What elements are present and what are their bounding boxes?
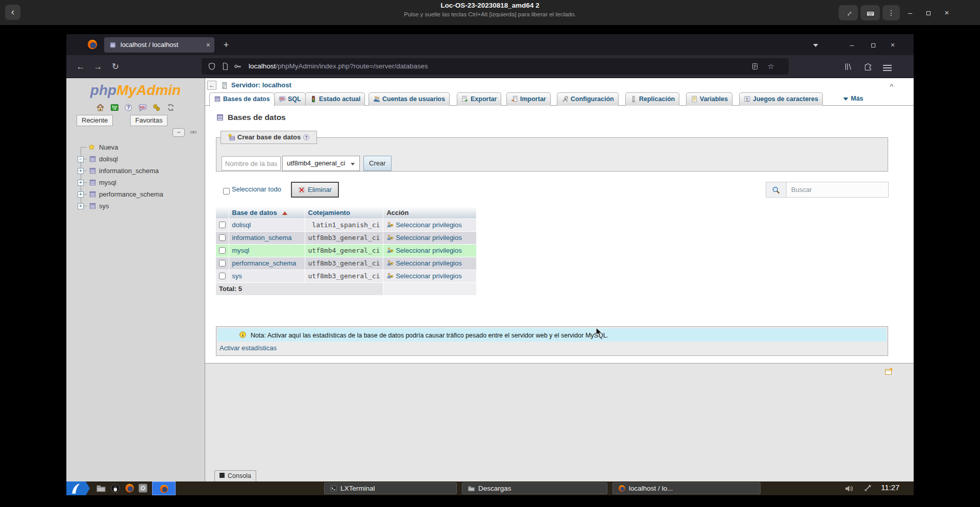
expand-expander-icon[interactable]: + (78, 191, 84, 198)
app-menu-hamburger-icon[interactable] (883, 63, 892, 73)
settings-gears-icon[interactable] (152, 103, 161, 112)
tab-user-accounts[interactable]: Cuentas de usuarios (369, 92, 450, 106)
check-privileges-link[interactable]: Seleccionar privilegios (396, 259, 461, 267)
tab-close-icon[interactable]: × (206, 37, 210, 53)
pma-back-button[interactable]: ← (207, 81, 216, 90)
penguin-icon[interactable] (110, 483, 120, 493)
help-icon[interactable] (124, 103, 133, 112)
link-chain-icon[interactable] (189, 129, 198, 136)
network-arrows-icon[interactable] (864, 484, 872, 492)
recent-tables-button[interactable]: Reciente (77, 115, 113, 126)
row-checkbox[interactable] (219, 234, 226, 241)
library-icon[interactable] (844, 62, 852, 71)
tree-item-sys[interactable]: + sys (74, 200, 201, 212)
home-icon[interactable] (96, 103, 105, 112)
active-app-firefox[interactable] (152, 481, 176, 495)
check-privileges-link[interactable]: Seleccionar privilegios (396, 234, 461, 242)
list-tabs-chevron-icon[interactable] (813, 44, 818, 47)
page-info-icon[interactable] (221, 62, 229, 70)
expand-expander-icon[interactable]: + (78, 180, 84, 186)
check-privileges-link[interactable]: Seleccionar privilegios (396, 272, 461, 280)
breadcrumb-text[interactable]: Servidor: localhost (231, 81, 291, 89)
tab-databases[interactable]: Bases de datos (209, 92, 275, 106)
vm-maximize-button[interactable] (921, 5, 936, 20)
select-all-checkbox[interactable] (223, 188, 230, 195)
phpmyadmin-logo[interactable]: phpMyAdmin (66, 82, 205, 99)
database-link[interactable]: mysql (232, 247, 250, 254)
database-link[interactable]: dolisql (232, 221, 251, 229)
window-restore-button[interactable] (868, 40, 879, 50)
tab-sql[interactable]: SQL (274, 92, 306, 106)
tree-item-new-database[interactable]: Nueva (74, 141, 201, 153)
fullscreen-button[interactable]: ↔ (839, 5, 858, 20)
help-icon[interactable] (303, 134, 310, 141)
header-collation[interactable]: Cotejamiento (305, 207, 383, 219)
bookmark-star-icon[interactable]: ☆ (768, 58, 774, 75)
vm-menu-button[interactable]: ⋮ (883, 5, 900, 20)
file-manager-icon[interactable] (96, 483, 106, 493)
taskbar-window-localhost[interactable]: localhost / lo... (612, 482, 761, 494)
start-menu-button[interactable] (66, 481, 90, 495)
create-button[interactable]: Crear (363, 156, 391, 171)
collapse-all-button[interactable]: − (173, 128, 185, 137)
tree-item-dolisql[interactable]: − dolisql (74, 153, 201, 165)
browser-tab[interactable]: localhost / localhost × (104, 37, 214, 53)
keyboard-button[interactable] (861, 5, 880, 20)
refresh-icon[interactable] (166, 103, 175, 112)
enable-statistics-link[interactable]: Activar estadísticas (219, 344, 277, 352)
database-name-input[interactable] (222, 156, 281, 171)
tab-settings[interactable]: Configuración (557, 92, 619, 106)
database-link[interactable]: information_schema (232, 234, 292, 242)
tab-replication[interactable]: Replicación (625, 92, 679, 106)
tab-more[interactable]: Más (839, 92, 867, 106)
collapse-expander-icon[interactable]: − (78, 156, 84, 162)
row-checkbox[interactable] (219, 260, 226, 267)
taskbar-window-lxterminal[interactable]: LXTerminal (324, 482, 457, 494)
reader-mode-icon[interactable] (751, 62, 759, 70)
logout-exit-icon[interactable] (110, 103, 119, 112)
tab-variables[interactable]: Variables (686, 92, 732, 106)
row-checkbox[interactable] (219, 247, 226, 254)
search-input[interactable] (787, 182, 889, 198)
vm-minimize-button[interactable]: – (902, 5, 918, 20)
window-close-button[interactable]: × (887, 40, 898, 50)
tree-item-information-schema[interactable]: + information_schema (74, 165, 201, 177)
check-privileges-link[interactable]: Seleccionar privilegios (396, 247, 461, 254)
tree-item-mysql[interactable]: + mysql (74, 177, 201, 188)
tracking-shield-icon[interactable] (208, 62, 216, 70)
header-database[interactable]: Base de datos (229, 207, 305, 219)
tab-charsets[interactable]: Juegos de caracteres (739, 92, 823, 106)
clock[interactable]: 11:27 (881, 483, 899, 492)
favorite-tables-button[interactable]: Favoritas (130, 115, 167, 126)
tab-status[interactable]: Estado actual (305, 92, 365, 106)
delete-button[interactable]: Eliminar (291, 182, 339, 198)
settings-launcher-icon[interactable] (138, 483, 148, 493)
volume-icon[interactable] (844, 484, 853, 493)
expand-expander-icon[interactable]: + (78, 168, 84, 174)
vm-close-button[interactable]: × (939, 5, 954, 20)
sql-icon[interactable] (138, 103, 147, 112)
tree-item-performance-schema[interactable]: + performance_schema (74, 188, 201, 200)
check-privileges-link[interactable]: Seleccionar privilegios (396, 221, 461, 229)
collation-select[interactable]: utf8mb4_general_ci (282, 156, 360, 171)
url-bar[interactable]: localhost/phpMyAdmin/index.php?route=/se… (202, 58, 789, 75)
extensions-puzzle-icon[interactable] (864, 62, 872, 71)
database-link[interactable]: sys (232, 272, 242, 280)
database-link[interactable]: performance_schema (232, 259, 297, 267)
tab-import[interactable]: Importar (506, 92, 551, 106)
select-all-label[interactable]: Seleccionar todo (232, 185, 281, 193)
new-tab-button[interactable]: + (219, 38, 233, 52)
collapse-topbar-icon[interactable]: ^ (890, 82, 894, 90)
firefox-launcher-icon[interactable] (125, 483, 135, 493)
expand-expander-icon[interactable]: + (78, 203, 84, 209)
nav-back-button[interactable]: ← (74, 60, 88, 74)
nav-forward-button[interactable]: → (91, 60, 105, 74)
taskbar-window-descargas[interactable]: Descargas (462, 482, 607, 494)
console-toggle[interactable]: Consola (214, 470, 256, 481)
open-new-window-icon[interactable] (885, 368, 893, 376)
window-minimize-button[interactable]: – (846, 40, 857, 50)
tab-export[interactable]: Exportar (457, 92, 501, 106)
row-checkbox[interactable] (219, 222, 226, 228)
nav-reload-button[interactable]: ↻ (108, 60, 122, 74)
row-checkbox[interactable] (219, 273, 226, 279)
